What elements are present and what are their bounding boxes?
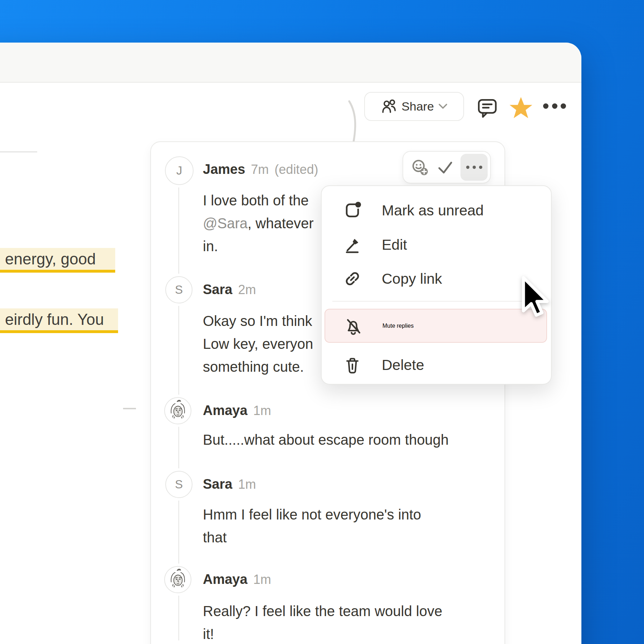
amaya-avatar-illustration	[165, 398, 191, 424]
favorite-button[interactable]	[508, 96, 534, 121]
app-window: Share	[0, 43, 581, 644]
favorite-star-icon	[508, 96, 533, 121]
avatar-initial: S	[175, 478, 183, 491]
more-options-icon	[543, 103, 548, 109]
more-options-icon	[466, 166, 469, 169]
resolve-check-button[interactable]	[436, 158, 454, 176]
comment-body: I love both of the @Sara, whatever in.	[203, 189, 314, 258]
comment-line: in.	[203, 235, 314, 258]
comment-author: Sara	[203, 477, 232, 492]
window-titlebar	[0, 43, 581, 83]
comment-header: Sara 1m	[203, 477, 256, 492]
comment-body: But.....what about escape room though	[203, 428, 449, 451]
edit-icon	[342, 235, 362, 255]
comment-line: @Sara, whatever	[203, 212, 314, 235]
share-button-label: Share	[401, 99, 434, 113]
highlight-text: energy, good	[5, 250, 96, 268]
comment-line: it!	[203, 623, 442, 644]
menu-item-edit[interactable]: Edit	[322, 228, 551, 262]
comment-time: 2m	[238, 282, 256, 297]
menu-item-delete[interactable]: Delete	[322, 348, 551, 382]
comment-author: Amaya	[203, 403, 248, 418]
menu-divider	[332, 301, 542, 302]
comment-line: Really? I feel like the team would love	[203, 600, 442, 623]
menu-item-mute-replies[interactable]: Mute replies	[325, 309, 547, 343]
menu-item-copy-link[interactable]: Copy link	[322, 262, 551, 296]
menu-item-mark-as-unread[interactable]: Mark as unread	[322, 193, 551, 228]
chevron-down-icon	[438, 103, 448, 109]
avatar: S	[165, 471, 192, 498]
avatar: S	[165, 276, 192, 303]
copy-link-icon	[342, 269, 362, 289]
comment-bubble-icon	[477, 98, 498, 119]
comment-line: something cute.	[203, 355, 313, 378]
avatar	[164, 566, 191, 593]
highlight-text: eirdly fun. You	[5, 311, 104, 328]
comment-time: 7m	[251, 162, 269, 177]
comment-header: Amaya 1m	[203, 403, 271, 418]
desktop-background: Share	[0, 0, 644, 644]
more-options-button[interactable]	[543, 101, 566, 111]
add-reaction-button[interactable]	[410, 158, 430, 177]
avatar-initial: J	[176, 164, 182, 177]
highlighted-text-commented[interactable]: energy, good	[0, 248, 115, 273]
avatar-initial: S	[175, 283, 183, 297]
comment-body: Okay so I'm think Low key, everyon somet…	[203, 309, 313, 378]
share-button[interactable]: Share	[364, 92, 464, 121]
people-icon	[381, 98, 397, 115]
mute-bell-icon	[343, 316, 363, 336]
comment-line: that	[203, 526, 421, 549]
comment-line: Hmm I feel like not everyone's into	[203, 503, 421, 526]
amaya-avatar-illustration	[165, 567, 191, 592]
comment-body: Really? I feel like the team would love …	[203, 600, 442, 644]
comment-edited-label: (edited)	[274, 162, 318, 177]
comment-author: Sara	[203, 282, 232, 297]
comment-author: Amaya	[203, 572, 248, 587]
comment-line: I love both of the	[203, 189, 314, 212]
delete-trash-icon	[342, 355, 362, 375]
avatar: J	[165, 156, 194, 185]
comment-line: Low key, everyon	[203, 332, 313, 355]
mark-unread-icon	[342, 200, 362, 220]
avatar	[164, 397, 191, 424]
comment-line: But.....what about escape room though	[203, 428, 449, 451]
comments-button[interactable]	[477, 98, 498, 119]
comment-header: James 7m (edited)	[203, 162, 318, 177]
doc-dash	[123, 408, 136, 409]
highlighted-text-commented[interactable]: eirdly fun. You	[0, 308, 118, 333]
comment-time: 1m	[253, 572, 271, 587]
comment-header: Sara 2m	[203, 282, 256, 297]
doc-divider-line	[0, 151, 37, 152]
comment-header: Amaya 1m	[203, 572, 271, 587]
cursor-pointer	[518, 275, 558, 325]
comment-context-menu: Mark as unread Edit	[321, 185, 552, 385]
comment-line: Okay so I'm think	[203, 309, 313, 332]
comment-body: Hmm I feel like not everyone's into that	[203, 503, 421, 549]
comment-time: 1m	[253, 403, 271, 418]
comment-more-button-active[interactable]	[460, 154, 488, 181]
comment-hover-toolbar	[402, 151, 491, 184]
comment-author: James	[203, 162, 245, 177]
comment-time: 1m	[238, 477, 256, 492]
user-mention[interactable]: @Sara	[203, 215, 248, 231]
